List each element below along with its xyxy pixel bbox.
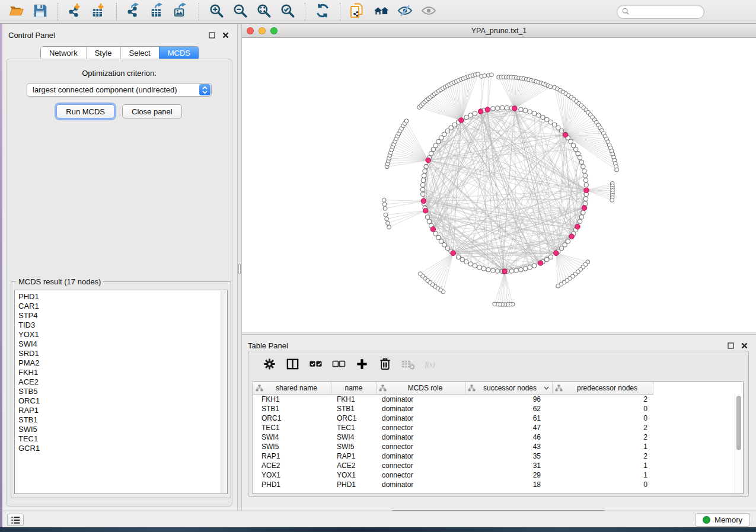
network-overview-button[interactable] xyxy=(371,2,392,21)
mcds-node[interactable] xyxy=(575,224,580,229)
task-history-button[interactable] xyxy=(7,514,24,526)
mcds-result-item[interactable]: CAR1 xyxy=(18,302,227,311)
tab-mcds[interactable]: MCDS xyxy=(159,47,199,59)
node-table[interactable]: shared namenameMCDS rolesuccessor nodesp… xyxy=(253,382,744,494)
zoom-in-button[interactable] xyxy=(206,2,227,21)
table-row[interactable]: TEC1TEC1connector472 xyxy=(253,423,743,432)
column-header-name[interactable]: name xyxy=(331,382,377,394)
mcds-result-item[interactable]: SWI4 xyxy=(18,339,227,349)
select-all-button[interactable] xyxy=(304,357,327,374)
mcds-result-item[interactable]: GCR1 xyxy=(18,444,227,453)
mcds-result-item[interactable]: FKH1 xyxy=(18,368,227,377)
mcds-result-item[interactable]: RAP1 xyxy=(18,406,227,415)
mcds-node[interactable] xyxy=(584,188,589,193)
tab-select[interactable]: Select xyxy=(120,47,159,59)
float-panel-icon[interactable] xyxy=(208,31,216,40)
export-table-button[interactable] xyxy=(147,2,168,21)
import-network-button[interactable] xyxy=(65,2,86,21)
mcds-result-item[interactable]: ACE2 xyxy=(18,377,227,387)
float-table-panel-icon[interactable] xyxy=(726,341,735,350)
mcds-node[interactable] xyxy=(426,158,431,163)
mcds-node[interactable] xyxy=(421,198,426,204)
close-panel-icon[interactable] xyxy=(221,31,230,40)
search-box[interactable] xyxy=(617,5,704,19)
vertical-splitter[interactable] xyxy=(237,24,242,511)
mcds-result-item[interactable]: ORC1 xyxy=(18,396,227,406)
add-row-button[interactable] xyxy=(350,357,374,374)
table-scrollbar[interactable] xyxy=(735,394,743,493)
mcds-node[interactable] xyxy=(554,251,559,256)
memory-button[interactable]: Memory xyxy=(695,513,750,527)
export-network-button[interactable] xyxy=(123,2,145,21)
hide-graphics-button[interactable] xyxy=(394,2,416,21)
table-row[interactable]: STB1STB1dominator620 xyxy=(253,404,743,414)
mcds-result-item[interactable]: PHD1 xyxy=(18,292,227,302)
column-header-successor-nodes[interactable]: successor nodes xyxy=(465,382,553,394)
delete-row-button[interactable] xyxy=(374,357,397,374)
select-all-icon xyxy=(309,357,323,373)
close-panel-button[interactable]: Close panel xyxy=(122,104,182,118)
table-row[interactable]: YOX1YOX1connector291 xyxy=(253,470,743,480)
mcds-node[interactable] xyxy=(538,261,543,266)
table-row[interactable]: SWI5SWI5connector431 xyxy=(253,442,743,451)
share-document-button[interactable] xyxy=(347,2,368,21)
network-canvas[interactable] xyxy=(242,38,756,332)
table-row[interactable]: ORC1ORC1dominator610 xyxy=(253,414,743,423)
table-row[interactable]: ACE2ACE2connector311 xyxy=(253,461,743,470)
mcds-result-list[interactable]: PHD1CAR1STP4TID3YOX1SWI4SRD1PMA2FKH1ACE2… xyxy=(14,290,228,494)
mcds-result-item[interactable]: STB1 xyxy=(18,415,227,425)
mcds-node[interactable] xyxy=(478,109,483,114)
column-header-predecessor-nodes[interactable]: predecessor nodes xyxy=(553,382,653,394)
column-header-shared-name[interactable]: shared name xyxy=(253,382,331,394)
mcds-node[interactable] xyxy=(582,206,587,211)
close-table-panel-icon[interactable] xyxy=(740,341,749,350)
import-table-button[interactable] xyxy=(88,2,110,21)
cell-predecessor-nodes: 2 xyxy=(553,452,653,460)
table-row[interactable]: RAP1RAP1dominator352 xyxy=(253,451,743,461)
mcds-node[interactable] xyxy=(459,118,464,123)
mcds-node[interactable] xyxy=(569,234,575,239)
gear-button[interactable] xyxy=(258,357,281,374)
cell-shared-name: SWI4 xyxy=(253,433,331,441)
network-window-titlebar[interactable]: YPA_prune.txt_1 xyxy=(242,24,756,38)
network-view-window: YPA_prune.txt_1 xyxy=(242,24,756,332)
table-row[interactable]: FKH1FKH1dominator962 xyxy=(253,395,743,404)
tab-network[interactable]: Network xyxy=(41,47,86,59)
mcds-node[interactable] xyxy=(502,269,508,274)
mcds-result-item[interactable]: SWI5 xyxy=(18,425,227,434)
mcds-node[interactable] xyxy=(430,227,436,232)
mcds-node[interactable] xyxy=(423,208,428,213)
mcds-node[interactable] xyxy=(485,107,490,113)
zoom-selected-button[interactable] xyxy=(277,2,298,21)
mcds-list-scrollbar[interactable] xyxy=(221,291,227,493)
splitter-grip[interactable] xyxy=(238,264,241,274)
mcds-result-item[interactable]: PMA2 xyxy=(18,358,227,368)
mcds-result-item[interactable]: TEC1 xyxy=(18,434,227,444)
table-row[interactable]: PHD1PHD1dominator180 xyxy=(253,480,743,489)
network-graph[interactable] xyxy=(242,38,756,332)
open-folder-button[interactable] xyxy=(6,2,27,21)
mcds-node[interactable] xyxy=(512,106,518,111)
mcds-node[interactable] xyxy=(451,251,456,256)
save-button[interactable] xyxy=(30,2,51,21)
refresh-button[interactable] xyxy=(312,2,333,21)
mcds-result-item[interactable]: STP4 xyxy=(18,311,227,321)
mcds-node[interactable] xyxy=(563,132,568,137)
mcds-result-item[interactable]: STB5 xyxy=(18,387,227,396)
zoom-out-button[interactable] xyxy=(229,2,251,21)
mcds-result-item[interactable]: SRD1 xyxy=(18,349,227,358)
column-header-MCDS-role[interactable]: MCDS role xyxy=(377,382,465,394)
deselect-all-button[interactable] xyxy=(327,357,350,374)
search-input[interactable] xyxy=(632,7,697,17)
split-columns-button[interactable] xyxy=(281,357,304,374)
mcds-result-item[interactable]: YOX1 xyxy=(18,330,227,339)
table-scrollbar-thumb[interactable] xyxy=(736,396,741,450)
show-graphics-button[interactable] xyxy=(418,2,439,21)
optimization-criterion-dropdown[interactable]: largest connected component (undirected) xyxy=(27,83,212,97)
table-row[interactable]: SWI4SWI4dominator462 xyxy=(253,432,743,442)
export-image-button[interactable] xyxy=(171,2,192,21)
mcds-result-item[interactable]: TID3 xyxy=(18,321,227,330)
tab-style[interactable]: Style xyxy=(86,47,120,59)
zoom-fit-button[interactable] xyxy=(253,2,275,21)
run-mcds-button[interactable]: Run MCDS xyxy=(56,104,114,118)
